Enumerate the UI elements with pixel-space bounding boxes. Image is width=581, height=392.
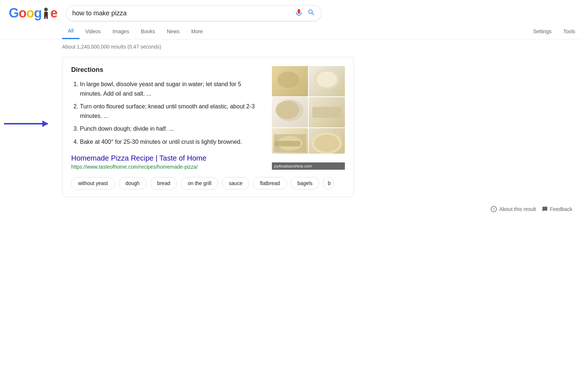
related-chips: without yeast dough bread on the grill s… [71, 177, 345, 189]
svg-point-0 [44, 8, 48, 11]
svg-rect-1 [44, 12, 48, 17]
search-bar[interactable]: how to make pizza [66, 5, 322, 21]
direction-step-2: Turn onto floured surface; knead until s… [80, 102, 263, 120]
direction-step-4: Bake at 400° for 25-30 minutes or until … [80, 137, 263, 147]
svg-point-6 [276, 100, 304, 121]
direction-step-1: In large bowl, dissolve yeast and sugar … [80, 80, 263, 98]
logo-letter-o2: o [26, 5, 34, 21]
result-link-section: Homemade Pizza Recipe | Taste of Home ht… [71, 154, 263, 170]
svg-text:?: ? [493, 207, 495, 211]
svg-rect-7 [312, 107, 341, 118]
pizza-image-5 [272, 128, 308, 154]
pizza-image-4 [309, 97, 345, 127]
svg-rect-2 [44, 16, 46, 19]
arrow-line [4, 123, 48, 124]
footer-bar: ? About this result Feedback [0, 201, 581, 217]
image-grid-wrapper[interactable]: joyfoodsunshine.com [272, 66, 345, 170]
logo-person-icon [42, 7, 50, 20]
search-input[interactable]: how to make pizza [72, 9, 290, 17]
tab-news[interactable]: News [161, 24, 185, 39]
chip-on-the-grill[interactable]: on the grill [181, 177, 218, 189]
google-logo[interactable]: G o o g e [9, 5, 57, 21]
pizza-image-1 [272, 66, 308, 96]
chip-bread[interactable]: bread [150, 177, 177, 189]
arrow-annotation [4, 123, 48, 124]
featured-snippet-card: Directions In large bowl, dissolve yeast… [62, 57, 354, 197]
header: G o o g e how to make pizza [0, 0, 581, 21]
svg-point-5 [317, 72, 337, 88]
settings-link[interactable]: Settings [527, 24, 558, 39]
pizza-image-6 [309, 128, 345, 154]
results-count: About 1,240,000,000 results (0.47 second… [62, 44, 401, 50]
nav-tabs: All Videos Images Books News More Settin… [0, 23, 581, 39]
result-url: https://www.tasteofhome.com/recipes/home… [71, 164, 263, 170]
result-title-link[interactable]: Homemade Pizza Recipe | Taste of Home [71, 154, 263, 162]
tab-books[interactable]: Books [135, 24, 161, 39]
chip-flatbread[interactable]: flatbread [253, 177, 286, 189]
voice-search-icon[interactable] [295, 8, 303, 18]
tab-more[interactable]: More [185, 24, 209, 39]
results-area: About 1,240,000,000 results (0.47 second… [0, 39, 401, 197]
card-content: Directions In large bowl, dissolve yeast… [71, 66, 263, 170]
direction-step-3: Punch down dough; divide in half. ... [80, 124, 263, 134]
card-image-grid [272, 66, 345, 154]
svg-point-11 [314, 135, 339, 152]
chip-bagels[interactable]: bagels [290, 177, 319, 189]
logo-letter-e: e [50, 5, 57, 21]
tab-all[interactable]: All [62, 23, 80, 39]
logo-letter-o1: o [19, 5, 26, 21]
logo-letter-g: G [9, 5, 19, 21]
tools-link[interactable]: Tools [557, 24, 581, 39]
pizza-image-3 [272, 97, 308, 127]
about-result[interactable]: ? About this result [490, 206, 536, 212]
about-result-icon: ? [490, 206, 497, 212]
svg-point-9 [277, 136, 303, 151]
search-submit-icon[interactable] [307, 8, 315, 18]
feedback-icon [542, 206, 548, 212]
feedback-button[interactable]: Feedback [542, 206, 572, 212]
image-source-label: joyfoodsunshine.com [272, 162, 345, 170]
directions-list: In large bowl, dissolve yeast and sugar … [71, 80, 263, 147]
search-icons [295, 8, 315, 18]
about-result-label: About this result [499, 206, 536, 212]
directions-title: Directions [71, 66, 263, 74]
tab-videos[interactable]: Videos [80, 24, 107, 39]
chip-dough[interactable]: dough [119, 177, 147, 189]
tab-images[interactable]: Images [107, 24, 135, 39]
feedback-label: Feedback [550, 206, 572, 212]
chip-sauce[interactable]: sauce [222, 177, 249, 189]
logo-letter-g2: g [34, 5, 42, 21]
pizza-image-2 [309, 66, 345, 96]
svg-rect-3 [46, 16, 48, 19]
chip-partial[interactable]: b [323, 177, 334, 189]
chip-without-yeast[interactable]: without yeast [71, 177, 115, 189]
